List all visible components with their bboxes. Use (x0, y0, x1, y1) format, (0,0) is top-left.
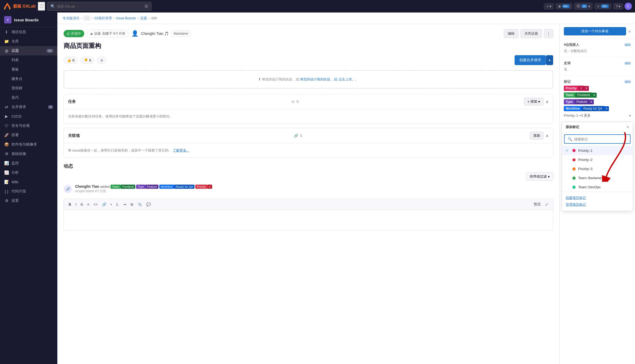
sidebar-item-iterations[interactable]: 迭代 (0, 93, 57, 102)
assignees-title: 0位指派人 (564, 42, 579, 47)
merge-requests-nav[interactable]: ⊕ 99+ (555, 3, 573, 10)
sidebar-item-repository[interactable]: 📁 仓库 (0, 37, 57, 46)
label-priority-remove[interactable]: ✕ (584, 86, 589, 91)
todos-nav[interactable]: ✓ 99+ (594, 3, 612, 10)
expand-sidebar-icon[interactable]: » (628, 29, 631, 34)
sidebar-label-merge-requests: 合并请求 (11, 105, 45, 109)
global-search[interactable]: 🔍 / (47, 2, 151, 11)
label-team-remove[interactable]: ✕ (592, 93, 597, 98)
breadcrumb-issues[interactable]: 议题 (140, 16, 147, 21)
sidebar-item-infrastructure[interactable]: ⚙ 基础设施 (0, 149, 57, 159)
sidebar-item-milestones[interactable]: 里程碑 (0, 84, 57, 93)
sidebar-label-issues: 议题 (11, 48, 44, 53)
activity-item-icon: 🔗 (64, 185, 72, 193)
add-label-close-button[interactable]: × (627, 125, 629, 129)
create-label-link[interactable]: 创建项目标记 (566, 194, 629, 201)
breadcrumb-pm[interactable]: 02项目管理 (95, 16, 112, 21)
upload-link[interactable]: 将您的设计拖到此处，或 点击上传。 (300, 77, 355, 81)
user-avatar[interactable]: C (625, 3, 632, 10)
edit-button[interactable]: 编辑 (504, 29, 518, 38)
manage-label-link[interactable]: 管理项目标记 (566, 201, 629, 208)
strikethrough-button[interactable]: S (79, 201, 84, 208)
breadcrumb: 专业版演示 › ··· › 02项目管理 › Issue Boards › 议题… (57, 12, 635, 24)
tasks-toggle-button[interactable]: ∧ (546, 99, 549, 104)
sidebar-item-project-info[interactable]: ℹ 项目信息 (0, 27, 57, 37)
code-button[interactable]: <> (92, 201, 99, 208)
sidebar-item-settings[interactable]: ⚙ 设置 (0, 196, 57, 205)
list-button[interactable]: ≡ (86, 201, 91, 208)
link-button[interactable]: 🔗 (100, 201, 108, 208)
breadcrumb-boards[interactable]: Issue Boards (116, 16, 136, 20)
more-labels-chevron[interactable]: ▾ (629, 114, 631, 118)
thumbup-button[interactable]: 👍 0 (64, 57, 78, 64)
ordered-list-button[interactable]: 1. (114, 201, 121, 208)
assignees-header: 0位指派人 编辑 (564, 42, 631, 47)
sidebar-item-list[interactable]: 列表 (0, 55, 57, 65)
assignees-edit-link[interactable]: 编辑 (625, 43, 631, 47)
hamburger-menu[interactable]: ☰ (38, 2, 45, 11)
editor-body[interactable] (64, 210, 553, 231)
priority3-dot (572, 167, 576, 171)
sidebar-item-analytics[interactable]: 📈 分析 (0, 168, 57, 177)
labels-section: 标记 编辑 Priority 1 ✕ Team Fronten (560, 76, 635, 122)
labels-edit-link[interactable]: 编辑 (625, 80, 631, 84)
sidebar-item-board[interactable]: 看板 (0, 65, 57, 74)
add-reaction-button[interactable]: ☺ (97, 57, 106, 64)
breadcrumb-more[interactable]: ··· (84, 16, 90, 21)
sidebar-label-analytics: 分析 (11, 170, 53, 175)
sidebar-item-monitor[interactable]: 📊 监控 (0, 159, 57, 168)
tasks-add-button[interactable]: + 添加 ▾ (524, 98, 544, 105)
sidebar-item-snippets[interactable]: { } 代码片段 (0, 187, 57, 196)
create-merge-request-button[interactable]: 创建合并请求 (515, 55, 546, 65)
tasks-count: 0 (297, 99, 299, 104)
sidebar-item-service-desk[interactable]: 服务台 (0, 74, 57, 84)
epic-edit-link[interactable]: 编辑 (625, 61, 631, 66)
activity-filter-row: 排序或过滤 ▾ (64, 172, 553, 181)
comment-button[interactable]: 💬 (145, 201, 152, 208)
activity-filter-button[interactable]: 排序或过滤 ▾ (526, 172, 553, 181)
related-toggle-button[interactable]: ∧ (546, 133, 549, 138)
red-arrow-icon (601, 130, 632, 182)
sidebar-item-packages[interactable]: 📦 软件包与镜像库 (0, 140, 57, 149)
issue-author: Chenglin Tian 🎵 (141, 32, 169, 36)
app-logo[interactable]: 极狐 GitLab (3, 2, 36, 10)
priority1-label: Priority::1 (578, 149, 593, 153)
wiki-icon: 📝 (4, 180, 9, 184)
sidebar-item-cicd[interactable]: ▶ CI/CD (0, 112, 57, 121)
priority1-dot (572, 149, 576, 152)
issues-nav[interactable]: ⓪ 10 ▾ (574, 3, 593, 10)
preview-button[interactable]: 预览 (532, 201, 542, 208)
unordered-list-button[interactable]: • (109, 201, 113, 208)
sidebar-item-deploy[interactable]: 🚀 部署 (0, 130, 57, 140)
italic-button[interactable]: I (74, 201, 78, 208)
label-type-remove[interactable]: ✕ (589, 99, 594, 104)
close-issue-button[interactable]: 关闭议题 (521, 29, 542, 38)
sidebar-item-issues[interactable]: ◎ 议题 20 (0, 46, 57, 55)
expand-button[interactable]: ⤢ (544, 201, 550, 208)
more-options-button[interactable]: ⋮ (544, 29, 553, 38)
sidebar-item-merge-requests[interactable]: ⇄ 合并请求 0 (0, 102, 57, 112)
merge-dropdown-button[interactable]: ▾ (546, 55, 553, 65)
add-todo-button[interactable]: 添加一个待办事项 (564, 27, 626, 35)
breadcrumb-project[interactable]: 专业版演示 (63, 16, 80, 21)
help-button[interactable]: ? ▾ (613, 3, 623, 10)
epic-header: 史诗 编辑 (564, 61, 631, 66)
new-item-button[interactable]: + ▾ (544, 3, 554, 10)
more-labels-text: Priority::1 +3 更多 (564, 113, 591, 118)
label-workflow-group: Workflow Ready for QA (159, 185, 195, 189)
table-button[interactable]: ⊞ (129, 201, 135, 208)
issues-badge: 10 (581, 4, 587, 8)
related-add-button[interactable]: 添加 (530, 132, 544, 140)
label-workflow-remove[interactable]: ✕ (604, 106, 609, 111)
sidebar-item-security[interactable]: 🛡 安全与合规 (0, 121, 57, 130)
upload-area[interactable]: ⬆ 将您的设计拖到此处，或 将您的设计拖到此处，或 点击上传。。 (64, 70, 553, 89)
search-input[interactable] (57, 4, 143, 8)
open-icon: ⊡ (67, 32, 70, 36)
thumbdown-button[interactable]: 👎 0 (80, 57, 94, 64)
attachment-button[interactable]: 📎 (136, 201, 144, 208)
sidebar-item-wiki[interactable]: 📝 Wiki (0, 177, 57, 187)
label-option-team-devops[interactable]: Team::DevOps (562, 183, 633, 192)
related-learn-more[interactable]: 了解更多。 (173, 148, 190, 152)
indent-button[interactable]: ⇥ (121, 201, 128, 208)
bold-button[interactable]: B (67, 201, 73, 208)
